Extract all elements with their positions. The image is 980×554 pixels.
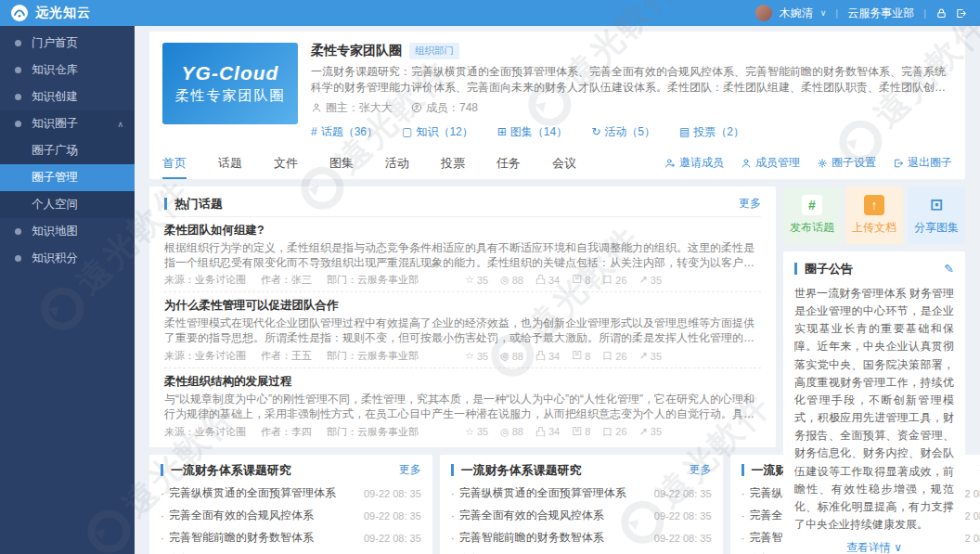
vote-icon: ▤: [679, 125, 690, 138]
toolbar-button-邀请成员[interactable]: 邀请成员: [664, 155, 724, 171]
toolbar-button-圈子设置[interactable]: 圈子设置: [817, 155, 876, 171]
topic-stat-comment[interactable]: 口26: [602, 349, 626, 363]
tab-任务[interactable]: 任务: [496, 148, 521, 179]
logout-icon: [893, 158, 904, 169]
circle-stat-doc[interactable]: ▢知识（12）: [402, 124, 473, 140]
dot-icon: ·: [451, 532, 455, 545]
like-icon: 凸: [535, 273, 546, 287]
logout-icon[interactable]: [955, 7, 967, 19]
sidebar-item-知识创建[interactable]: 知识创建: [0, 84, 135, 110]
topic-stat-star[interactable]: ☆35: [465, 349, 488, 363]
card-list-item[interactable]: · 完善智能前瞻的财务数智体系 09-22 08: 35: [451, 527, 712, 549]
cover-title-en: YG-Cloud: [182, 62, 279, 84]
edit-pencil-icon[interactable]: ✎: [944, 262, 954, 276]
tab-投票[interactable]: 投票: [441, 148, 465, 179]
topic-title[interactable]: 柔性团队如何组建?: [164, 223, 761, 238]
sidebar-menu: 门户首页 知识仓库 知识创建 知识圈子 ∧ 圈子广场 圈子管理: [0, 30, 135, 272]
card-list-item[interactable]: · 完善纵横贯通的全面预算管理体系 09-22 08: 35: [161, 483, 421, 505]
quick-action-上传文档[interactable]: ↑ 上传文档: [845, 187, 903, 244]
toolbar-button-退出圈子[interactable]: 退出圈子: [893, 155, 952, 171]
star-icon: ☆: [465, 350, 474, 362]
topic-card-more-link[interactable]: 更多: [690, 462, 712, 478]
dot-icon: ·: [741, 487, 745, 500]
topic-title[interactable]: 柔性组织结构的发展过程: [164, 374, 761, 390]
sidebar-item-label: 门户首页: [32, 35, 78, 51]
person-icon: [741, 158, 752, 169]
card-list-item[interactable]: · 完善智能前瞻的财务数智体系 09-22 08: 35: [161, 527, 421, 549]
circle-stat-grid[interactable]: ⊞图集（14）: [497, 124, 567, 140]
hot-topics-more-link[interactable]: 更多: [739, 196, 761, 212]
sidebar-item-知识圈子[interactable]: 知识圈子 ∧: [0, 110, 135, 137]
topic-stat-comment[interactable]: 口26: [602, 273, 626, 287]
card-list-item[interactable]: · 完善纵横贯通的全面预算管理体系 09-22 08: 35: [451, 483, 712, 505]
topic-stat-star[interactable]: ☆35: [465, 273, 488, 287]
topic-author: 作者：王五: [261, 349, 312, 363]
dislike-icon: 凹: [572, 349, 582, 363]
sidebar-item-label: 知识创建: [32, 89, 78, 105]
card-list-item[interactable]: · 完善系统科学的财务管理能力评价体系 09-22 08: 35: [161, 549, 421, 554]
bullet-icon: [15, 255, 21, 262]
sidebar-item-知识地图[interactable]: 知识地图: [0, 218, 135, 245]
quick-action-label: 上传文档: [852, 220, 896, 236]
tab-文件[interactable]: 文件: [274, 148, 298, 179]
tab-话题[interactable]: 话题: [218, 148, 242, 179]
topic-stat-value: 35: [477, 426, 488, 437]
topic-stat-share[interactable]: ↗35: [639, 273, 662, 287]
announcement-body: 世界一流财务管理体系 财务管理是企业管理的中心环节，是企业实现基业长青的重要基础…: [794, 285, 954, 535]
card-list-item[interactable]: · 完善全面有效的合规风控体系 09-22 08: 35: [451, 505, 712, 527]
sidebar-item-label: 知识圈子: [32, 116, 78, 132]
announcement-more-link[interactable]: 查看详情 ∨: [794, 540, 954, 554]
topic-meta: 来源：业务讨论圈 作者：李四 部门：云服务事业部 ☆35◎88凸34凹8口26↗…: [164, 425, 761, 439]
tab-首页[interactable]: 首页: [162, 148, 187, 179]
topic-stat-value: 35: [651, 426, 662, 437]
topic-stat-dislike[interactable]: 凹8: [572, 349, 590, 363]
grid-icon: ⊞: [497, 125, 507, 138]
topic-stat-share[interactable]: ↗35: [639, 425, 662, 439]
tab-活动[interactable]: 活动: [385, 148, 409, 179]
comment-icon: 口: [602, 425, 612, 439]
section-bar: [164, 198, 167, 210]
card-item-text: 完善纵横贯通的全面预算管理体系: [169, 485, 358, 501]
sidebar-item-门户首页[interactable]: 门户首页: [0, 30, 135, 57]
circle-type-badge: 组织部门: [409, 43, 459, 59]
card-list-item[interactable]: · 完善全面有效的合规风控体系 09-22 08: 35: [161, 505, 421, 527]
circle-stat-vote[interactable]: ▤投票（2）: [679, 124, 744, 140]
sidebar-item-圈子广场[interactable]: 圈子广场: [0, 137, 135, 164]
person-add-icon: [664, 158, 676, 169]
sidebar-item-知识仓库[interactable]: 知识仓库: [0, 57, 135, 84]
quick-action-分享图集[interactable]: ⊡ 分享图集: [908, 187, 965, 244]
dislike-icon: 凹: [572, 425, 582, 439]
topic-stat-like[interactable]: 凸34: [535, 425, 560, 439]
topic-stat-comment[interactable]: 口26: [602, 425, 626, 439]
card-list-item[interactable]: · 完善系统科学的财务管理能力评价体系 09-22 08: 35: [451, 549, 712, 554]
topic-card-more-link[interactable]: 更多: [399, 462, 421, 478]
circle-stat-clock[interactable]: ↻活动（5）: [591, 124, 655, 140]
topic-dept: 部门：云服务事业部: [327, 425, 419, 439]
lock-icon[interactable]: [935, 7, 948, 19]
topic-stat-share[interactable]: ↗35: [639, 349, 662, 363]
user-avatar[interactable]: [755, 5, 772, 21]
upload-icon: ↑: [864, 195, 884, 215]
tab-图集[interactable]: 图集: [329, 148, 354, 179]
topic-stat-dislike[interactable]: 凹8: [572, 273, 590, 287]
chevron-down-icon[interactable]: ∨: [820, 8, 827, 18]
topic-stat-dislike[interactable]: 凹8: [572, 425, 590, 439]
topic-title[interactable]: 为什么柔性管理可以促进团队合作: [164, 298, 761, 314]
topic-stat-star[interactable]: ☆35: [465, 425, 488, 439]
topic-stat-like[interactable]: 凸34: [535, 273, 560, 287]
sidebar-item-圈子管理[interactable]: 圈子管理: [0, 164, 135, 191]
dot-icon: ·: [451, 487, 455, 500]
app-window: 远光知云 木婉清 ∨ | 云服务事业部 | 门户首页 知识仓库: [0, 0, 980, 554]
divider: |: [833, 7, 840, 19]
user-name[interactable]: 木婉清: [780, 6, 813, 21]
toolbar-button-成员管理[interactable]: 成员管理: [741, 155, 800, 171]
quick-action-发布话题[interactable]: # 发布话题: [783, 187, 841, 244]
tab-会议[interactable]: 会议: [552, 148, 576, 179]
sidebar-item-知识积分[interactable]: 知识积分: [0, 245, 135, 272]
sidebar-item-个人空间[interactable]: 个人空间: [0, 191, 135, 218]
dot-icon: ·: [161, 487, 164, 500]
topic-stat-views: ◎88: [500, 349, 523, 363]
card-item-time: 09-22 08: 35: [654, 510, 712, 522]
circle-stat-hash[interactable]: #话题（36）: [311, 124, 378, 140]
topic-stat-like[interactable]: 凸34: [535, 349, 560, 363]
